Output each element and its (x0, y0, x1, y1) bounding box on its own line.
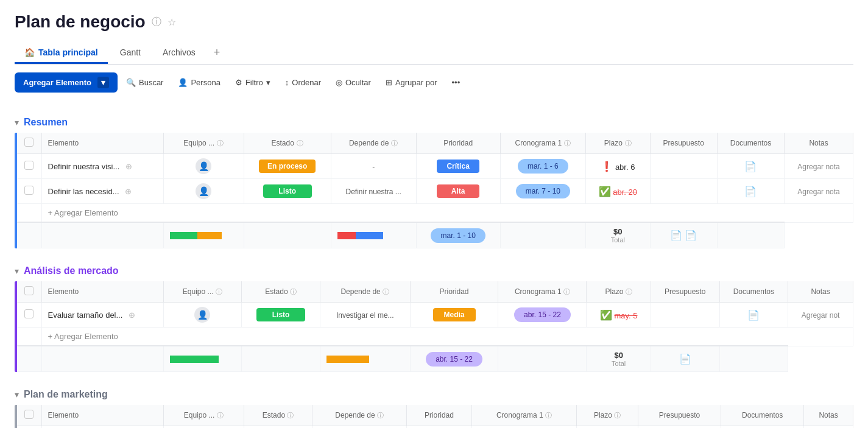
row-equipo[interactable]: 👤 (163, 303, 242, 328)
row-documentos[interactable]: 📄 (717, 154, 784, 179)
avatar: 👤 (196, 183, 211, 199)
filter-dropdown-icon: ▾ (266, 78, 270, 87)
col-presupuesto: Presupuesto (663, 139, 704, 147)
tab-tabla-principal[interactable]: 🏠 Tabla principal (15, 43, 108, 64)
select-all-checkbox[interactable] (24, 286, 34, 295)
row-depende: - (331, 154, 416, 179)
row-checkbox[interactable] (24, 186, 34, 195)
group-by-button[interactable]: ⊞ Agrupar por (379, 74, 443, 91)
col-notas: Notas (819, 411, 838, 419)
add-tab-button[interactable]: + (208, 41, 227, 64)
table-row: ... (17, 426, 853, 429)
add-person-icon[interactable]: ⊕ (125, 187, 132, 196)
title-row: Plan de negocio ⓘ ☆ (15, 12, 853, 32)
row-prioridad[interactable]: Media (410, 303, 498, 328)
row-prioridad[interactable]: Crítica (416, 154, 500, 179)
col-cronograma: Cronograma 1 ⓘ (515, 287, 570, 296)
select-all-checkbox[interactable] (24, 410, 34, 419)
row-notas[interactable]: Agregar not (788, 303, 853, 328)
row-estado[interactable]: Listo (244, 179, 331, 204)
section-resumen-table-wrapper: Elemento Equipo ... ⓘ Estado ⓘ Depende d… (15, 133, 853, 248)
section-analisis-header[interactable]: ▾ Análisis de mercado (15, 265, 853, 276)
row-estado[interactable]: En proceso (244, 154, 331, 179)
tab-archivos[interactable]: Archivos (153, 43, 205, 64)
add-dropdown-arrow[interactable]: ▾ (97, 77, 109, 88)
filter-button[interactable]: ⚙ Filtro ▾ (229, 74, 277, 91)
mini-bar-chart (170, 356, 236, 363)
avatar: 👤 (194, 307, 210, 323)
col-notas: Notas (809, 139, 828, 147)
star-icon[interactable]: ☆ (168, 16, 176, 28)
search-icon: 🔍 (126, 78, 136, 87)
document-icon[interactable]: 📄 (744, 186, 757, 197)
section-marketing-header[interactable]: ▾ Plan de marketing (15, 389, 853, 400)
col-equipo: Equipo ... ⓘ (183, 139, 224, 148)
sort-button[interactable]: ↕ Ordenar (279, 74, 327, 91)
group-icon: ⊞ (386, 78, 392, 87)
row-plazo: ❗ abr. 6 (586, 154, 650, 179)
col-prioridad: Prioridad (425, 411, 454, 419)
col-elemento: Elemento (48, 287, 79, 296)
row-cronograma[interactable]: mar. 7 - 10 (500, 179, 586, 204)
col-plazo: Plazo ⓘ (605, 287, 632, 296)
col-documentos: Documentos (733, 287, 774, 296)
row-cronograma[interactable]: abr. 15 - 22 (498, 303, 587, 328)
row-documentos[interactable]: 📄 (717, 179, 784, 204)
select-all-checkbox[interactable] (24, 138, 34, 147)
row-notas[interactable]: Agregar nota (785, 179, 853, 204)
col-cronograma: Cronograma 1 ⓘ (496, 411, 552, 419)
row-checkbox[interactable] (24, 161, 34, 170)
mini-bar-priority (326, 356, 404, 363)
row-estado[interactable]: Listo (242, 303, 320, 328)
add-row[interactable]: + Agregar Elemento (17, 204, 853, 223)
more-options-button[interactable]: ••• (446, 74, 467, 91)
row-depende: Definir nuestra ... (331, 179, 416, 204)
row-elemento[interactable]: ... (41, 426, 163, 429)
tabs-row: 🏠 Tabla principal Gantt Archivos + (15, 41, 853, 65)
row-elemento[interactable]: Evaluar tamaño del... ⊕ (41, 303, 163, 328)
hide-icon: ◎ (336, 78, 342, 87)
info-icon[interactable]: ⓘ (152, 16, 161, 29)
col-estado: Estado ⓘ (263, 411, 294, 419)
search-button[interactable]: 🔍 Buscar (120, 74, 169, 91)
chevron-down-icon: ▾ (15, 118, 19, 127)
row-equipo[interactable]: 👤 (163, 179, 244, 204)
add-row[interactable]: + Agregar Elemento (17, 328, 853, 346)
mini-bar-priority (337, 232, 410, 239)
document-icon[interactable]: 📄 (747, 310, 760, 320)
col-notas: Notas (811, 287, 830, 296)
add-person-icon[interactable]: ⊕ (129, 310, 135, 320)
row-presupuesto (651, 303, 719, 328)
col-presupuesto: Presupuesto (659, 411, 700, 419)
summary-row: abr. 15 - 22 $0 Total 📄 (17, 346, 853, 372)
row-cronograma[interactable]: mar. 1 - 6 (500, 154, 586, 179)
table-row: Definir las necesid... ⊕ 👤 Listo Definir… (17, 179, 853, 204)
col-plazo: Plazo ⓘ (604, 139, 632, 148)
row-elemento[interactable]: Definir nuestra visi... ⊕ (41, 154, 163, 179)
doc-sum-icon: 📄 (670, 230, 682, 240)
row-elemento[interactable]: Definir las necesid... ⊕ (41, 179, 163, 204)
row-checkbox[interactable] (24, 309, 34, 318)
col-prioridad: Prioridad (439, 287, 468, 296)
section-analisis-table-wrapper: Elemento Equipo ... ⓘ Estado ⓘ Depende d… (15, 281, 853, 372)
check-icon: ✅ (600, 310, 612, 320)
add-element-button[interactable]: Agregar Elemento ▾ (15, 72, 118, 93)
document-icon[interactable]: 📄 (744, 161, 757, 172)
row-notas[interactable]: Agregar nota (785, 154, 853, 179)
chevron-down-icon: ▾ (15, 390, 19, 399)
col-equipo: Equipo ... ⓘ (184, 411, 224, 419)
col-estado: Estado ⓘ (265, 287, 297, 296)
row-equipo[interactable]: 👤 (163, 154, 244, 179)
row-plazo: ✅ may. 5 (587, 303, 651, 328)
row-prioridad[interactable]: Alta (416, 179, 500, 204)
tab-gantt[interactable]: Gantt (110, 43, 150, 64)
section-marketing: ▾ Plan de marketing Elemento Equipo ... … (15, 389, 853, 428)
add-person-icon[interactable]: ⊕ (125, 162, 132, 171)
section-resumen-header[interactable]: ▾ Resumen (15, 117, 853, 128)
hide-button[interactable]: ◎ Ocultar (330, 74, 377, 91)
persona-button[interactable]: 👤 Persona (172, 74, 226, 91)
row-documentos[interactable]: 📄 (719, 303, 788, 328)
section-marketing-table-wrapper: Elemento Equipo ... ⓘ Estado ⓘ Depende d… (15, 405, 853, 428)
mini-bar-chart (170, 232, 238, 239)
section-marketing-title: Plan de marketing (24, 389, 108, 400)
